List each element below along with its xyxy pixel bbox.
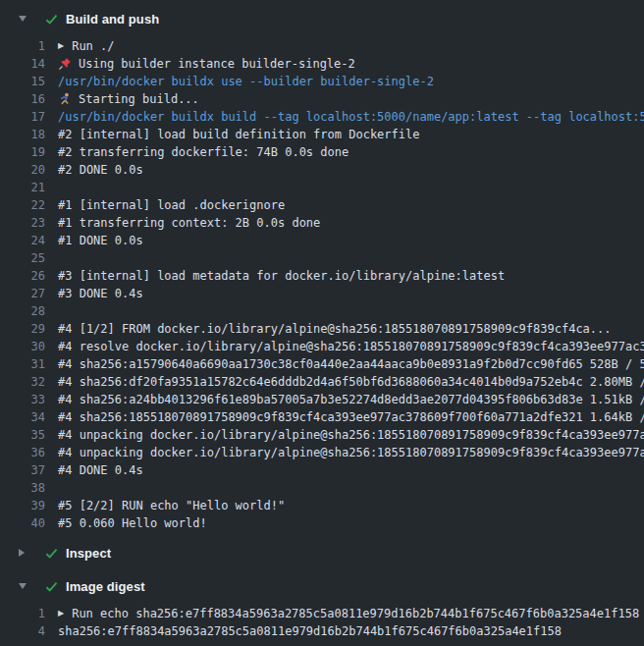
log-line: 40#5 0.060 Hello world!	[0, 514, 644, 532]
line-number[interactable]: 36	[0, 444, 45, 461]
log-line: 35#4 unpacking docker.io/library/alpine@…	[0, 426, 644, 444]
section-title: Image digest	[66, 579, 145, 594]
line-number[interactable]: 17	[0, 108, 45, 126]
line-number[interactable]: 18	[0, 126, 45, 143]
log-line: 23#1 transferring context: 2B 0.0s done	[0, 214, 644, 232]
line-number[interactable]: 40	[0, 514, 45, 532]
line-number[interactable]: 21	[0, 179, 45, 196]
section-image-digest: Image digest1▶Run echo sha256:e7ff8834a5…	[0, 573, 644, 640]
line-number[interactable]: 34	[0, 408, 45, 426]
log-text: /usr/bin/docker buildx build --tag local…	[58, 108, 644, 126]
log-text: Using builder instance builder-single-2	[58, 55, 355, 73]
line-number[interactable]: 25	[0, 249, 45, 267]
section-inspect: Inspect	[0, 540, 644, 565]
log-line: 32#4 sha256:df20fa9351a15782c64e6dddb2d4…	[0, 373, 644, 391]
log-line: 22#1 [internal] load .dockerignore	[0, 196, 644, 214]
log-line: 36#4 unpacking docker.io/library/alpine@…	[0, 444, 644, 461]
log-text: ▶Run echo sha256:e7ff8834a5963a2785c5a08…	[58, 605, 639, 622]
log-line[interactable]: 1▶Run echo sha256:e7ff8834a5963a2785c5a0…	[0, 605, 644, 622]
log-line: 21	[0, 179, 644, 196]
line-number[interactable]: 37	[0, 461, 45, 479]
section-title: Inspect	[66, 546, 111, 561]
log-text: #1 [internal] load .dockerignore	[58, 196, 285, 214]
line-number[interactable]: 23	[0, 214, 45, 232]
pushpin-icon	[58, 57, 72, 71]
line-number[interactable]: 38	[0, 479, 45, 497]
line-number[interactable]: 29	[0, 320, 45, 338]
log-text: #4 sha256:185518070891758909c9f839cf4ca3…	[58, 408, 644, 426]
success-check-icon	[44, 545, 66, 561]
log-text: #5 0.060 Hello world!	[58, 514, 207, 532]
log-text: #3 [internal] load metadata for docker.i…	[58, 267, 505, 285]
log-line: 18#2 [internal] load build definition fr…	[0, 126, 644, 143]
log-line: 16Starting build...	[0, 90, 644, 108]
log-line: 19#2 transferring dockerfile: 74B 0.0s d…	[0, 143, 644, 161]
line-number[interactable]: 16	[0, 90, 45, 108]
line-number[interactable]: 39	[0, 497, 45, 514]
line-number[interactable]: 26	[0, 267, 45, 285]
log-line: 28	[0, 302, 644, 320]
workflow-log-panel: Build and push1▶Run ./14Using builder in…	[0, 6, 644, 640]
log-text: #4 unpacking docker.io/library/alpine@sh…	[58, 426, 644, 444]
log-line: 29#4 [1/2] FROM docker.io/library/alpine…	[0, 320, 644, 338]
section-title: Build and push	[66, 12, 159, 27]
log-text: #4 unpacking docker.io/library/alpine@sh…	[58, 444, 644, 461]
line-number[interactable]: 33	[0, 391, 45, 408]
caret-right-icon	[19, 549, 25, 557]
section-header-build-and-push[interactable]: Build and push	[0, 6, 644, 31]
caret-box	[19, 16, 44, 22]
line-number[interactable]: 28	[0, 302, 45, 320]
log-line: 37#4 DONE 0.4s	[0, 461, 644, 479]
log-text: #2 transferring dockerfile: 74B 0.0s don…	[58, 143, 349, 161]
log-text: #5 [2/2] RUN echo "Hello world!"	[58, 497, 285, 514]
caret-box	[19, 583, 44, 589]
line-number[interactable]: 32	[0, 373, 45, 391]
log-line: 4sha256:e7ff8834a5963a2785c5a0811e979d16…	[0, 622, 644, 640]
log-text: #4 resolve docker.io/library/alpine@sha2…	[58, 338, 644, 355]
section-header-image-digest[interactable]: Image digest	[0, 573, 644, 599]
log-line: 34#4 sha256:185518070891758909c9f839cf4c…	[0, 408, 644, 426]
log-line: 15/usr/bin/docker buildx use --builder b…	[0, 73, 644, 90]
line-number[interactable]: 15	[0, 73, 45, 90]
line-number[interactable]: 19	[0, 143, 45, 161]
line-number[interactable]: 1	[0, 37, 45, 55]
log-text: #4 sha256:a24bb4013296f61e89ba57005a7b3e…	[58, 391, 644, 408]
line-number[interactable]: 35	[0, 426, 45, 444]
caret-down-icon	[19, 583, 27, 589]
log-text: #4 [1/2] FROM docker.io/library/alpine@s…	[58, 320, 612, 338]
line-number[interactable]: 22	[0, 196, 45, 214]
caret-down-icon	[19, 16, 27, 22]
log-line: 20#2 DONE 0.0s	[0, 161, 644, 179]
line-number[interactable]: 4	[0, 622, 45, 640]
log-text: Starting build...	[58, 90, 199, 108]
line-number[interactable]: 24	[0, 232, 45, 249]
log-text: #3 DONE 0.4s	[58, 285, 143, 302]
expand-arrow-icon: ▶	[58, 605, 64, 622]
log-line: 14Using builder instance builder-single-…	[0, 55, 644, 73]
log-line: 33#4 sha256:a24bb4013296f61e89ba57005a7b…	[0, 391, 644, 408]
log-text: #2 DONE 0.0s	[58, 161, 143, 179]
line-number[interactable]: 20	[0, 161, 45, 179]
log-line[interactable]: 1▶Run ./	[0, 37, 644, 55]
log-line: 31#4 sha256:a15790640a6690aa1730c38cf0a4…	[0, 355, 644, 373]
line-number[interactable]: 30	[0, 338, 45, 355]
log-text: #1 DONE 0.0s	[58, 232, 143, 249]
log-line: 26#3 [internal] load metadata for docker…	[0, 267, 644, 285]
line-number[interactable]: 31	[0, 355, 45, 373]
log-text: #4 sha256:a15790640a6690aa1730c38cf0a440…	[58, 355, 644, 373]
log-text: #4 sha256:df20fa9351a15782c64e6dddb2d4a6…	[58, 373, 644, 391]
section-build-and-push: Build and push1▶Run ./14Using builder in…	[0, 6, 644, 532]
line-number[interactable]: 14	[0, 55, 45, 73]
log-text: #1 transferring context: 2B 0.0s done	[58, 214, 320, 232]
log-line: 38	[0, 479, 644, 497]
section-log-lines: 1▶Run echo sha256:e7ff8834a5963a2785c5a0…	[0, 605, 644, 640]
section-header-inspect[interactable]: Inspect	[0, 540, 644, 565]
line-number[interactable]: 1	[0, 605, 45, 622]
log-line: 27#3 DONE 0.4s	[0, 285, 644, 302]
log-text: sha256:e7ff8834a5963a2785c5a0811e979d16b…	[58, 622, 562, 640]
success-check-icon	[44, 578, 66, 594]
line-number[interactable]: 27	[0, 285, 45, 302]
log-line: 24#1 DONE 0.0s	[0, 232, 644, 249]
runner-icon	[58, 92, 72, 106]
log-text: ▶Run ./	[58, 37, 115, 55]
